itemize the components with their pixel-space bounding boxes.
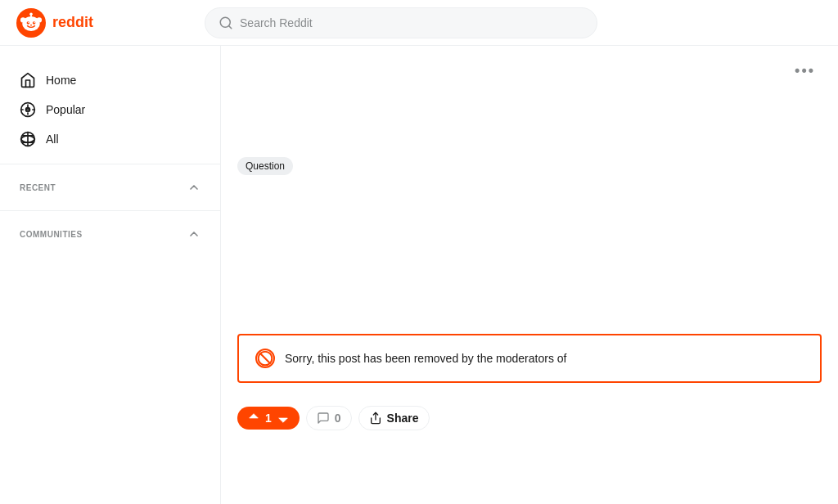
main-content: ••• Question Sorry, this post has been r…: [221, 46, 838, 504]
recent-header[interactable]: RECENT: [0, 174, 220, 200]
vote-button[interactable]: 1: [237, 407, 300, 430]
svg-point-6: [28, 21, 29, 22]
svg-line-12: [229, 25, 232, 28]
removed-icon: [255, 349, 275, 368]
post-content-area: [237, 185, 822, 308]
sidebar-item-popular-label: Popular: [46, 103, 85, 116]
communities-header[interactable]: COMMUNITIES: [0, 221, 220, 247]
recent-chevron-icon: [187, 181, 200, 194]
svg-point-2: [20, 17, 25, 22]
post-flair: Question: [237, 157, 293, 175]
communities-chevron-icon: [187, 227, 200, 241]
communities-label: COMMUNITIES: [20, 230, 83, 239]
comments-button[interactable]: 0: [306, 406, 352, 430]
share-label: Share: [387, 412, 419, 425]
reddit-logo-icon: [16, 8, 46, 38]
svg-point-7: [34, 21, 34, 22]
communities-section: COMMUNITIES: [0, 221, 220, 247]
search-icon: [219, 16, 233, 30]
upvote-icon: [247, 412, 260, 425]
post-container: ••• Question: [221, 46, 838, 321]
removed-message: Sorry, this post has been removed by the…: [285, 352, 566, 365]
sidebar-item-home-label: Home: [46, 74, 76, 87]
svg-line-18: [260, 353, 270, 363]
action-bar: 1 0 Share: [221, 396, 838, 440]
header: reddit Search Reddit: [0, 0, 838, 46]
svg-point-9: [29, 12, 33, 16]
page-layout: Home Popular All: [0, 46, 838, 504]
vote-count: 1: [265, 412, 272, 425]
svg-point-3: [37, 17, 42, 22]
ban-icon: [257, 349, 273, 368]
sidebar: Home Popular All: [0, 46, 221, 504]
comment-icon: [317, 412, 330, 425]
share-icon: [369, 412, 382, 425]
recent-label: RECENT: [20, 183, 56, 192]
recent-section: RECENT: [0, 174, 220, 211]
search-bar[interactable]: Search Reddit: [205, 7, 597, 38]
sidebar-item-all-label: All: [46, 133, 59, 146]
popular-icon: [20, 101, 36, 118]
sidebar-item-all[interactable]: All: [0, 124, 220, 154]
comment-count: 0: [335, 412, 341, 425]
logo[interactable]: reddit: [16, 8, 93, 38]
search-placeholder: Search Reddit: [240, 16, 313, 29]
all-icon: [20, 131, 36, 147]
sidebar-item-home[interactable]: Home: [0, 65, 220, 95]
home-icon: [20, 72, 36, 88]
more-options-button[interactable]: •••: [788, 59, 822, 83]
main-nav: Home Popular All: [0, 65, 220, 164]
sidebar-item-popular[interactable]: Popular: [0, 95, 220, 124]
removed-notice: Sorry, this post has been removed by the…: [237, 334, 822, 383]
share-button[interactable]: Share: [358, 406, 430, 430]
logo-text: reddit: [52, 14, 93, 31]
downvote-icon: [277, 412, 290, 425]
svg-point-10: [30, 24, 32, 25]
